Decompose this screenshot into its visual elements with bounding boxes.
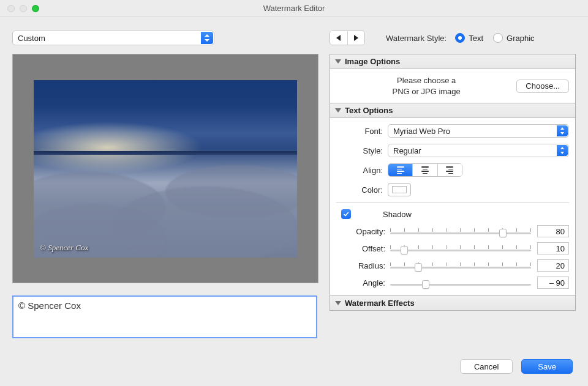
align-label: Align: xyxy=(336,166,388,175)
radio-graphic[interactable] xyxy=(493,33,503,43)
save-button[interactable]: Save xyxy=(521,359,573,374)
prev-image-button[interactable] xyxy=(330,31,348,45)
radio-graphic-label: Graphic xyxy=(507,34,535,43)
stepper-icon xyxy=(201,32,213,44)
watermark-style-label: Watermark Style: xyxy=(386,34,447,43)
radius-value[interactable]: 20 xyxy=(537,259,569,272)
shadow-label: Shadow xyxy=(383,210,412,219)
align-center-button[interactable] xyxy=(413,164,437,176)
color-label: Color: xyxy=(336,185,388,195)
stepper-icon xyxy=(557,145,568,156)
slider-thumb[interactable] xyxy=(499,229,507,237)
panel-title: Text Options xyxy=(345,106,393,115)
panel-title: Image Options xyxy=(345,57,400,66)
shadow-checkbox[interactable] xyxy=(341,209,351,219)
font-label: Font: xyxy=(336,127,388,136)
color-well[interactable] xyxy=(388,183,411,196)
angle-slider[interactable] xyxy=(390,277,531,288)
opacity-value[interactable]: 80 xyxy=(537,225,569,237)
disclosure-triangle-icon xyxy=(335,301,341,305)
font-style-select[interactable]: Regular xyxy=(388,144,569,157)
dialog-footer: Cancel Save xyxy=(460,359,573,374)
disclosure-triangle-icon xyxy=(335,108,341,113)
style-label: Style: xyxy=(336,146,388,155)
preset-value: Custom xyxy=(18,34,45,43)
color-swatch xyxy=(392,186,407,193)
window-controls xyxy=(7,5,39,12)
image-options-hint: Please choose a PNG or JPG image xyxy=(336,75,516,97)
angle-value[interactable]: – 90 xyxy=(537,277,569,289)
stepper-icon xyxy=(557,125,568,136)
font-value: Myriad Web Pro xyxy=(393,127,450,136)
disclosure-triangle-icon xyxy=(335,59,341,64)
preview-image: © Spencer Cox xyxy=(34,80,297,258)
watermark-text-input[interactable] xyxy=(12,295,317,338)
panel-header-image-options[interactable]: Image Options xyxy=(330,54,575,69)
radius-slider[interactable] xyxy=(390,260,531,271)
next-image-button[interactable] xyxy=(348,31,365,45)
minimize-icon[interactable] xyxy=(20,5,27,12)
panel-header-text-options[interactable]: Text Options xyxy=(330,103,575,118)
align-left-button[interactable] xyxy=(388,164,413,176)
radio-text-label: Text xyxy=(469,34,483,43)
panel-title: Watermark Effects xyxy=(345,299,415,308)
opacity-slider[interactable] xyxy=(390,226,531,237)
panel-image-options: Image Options Please choose a PNG or JPG… xyxy=(330,54,575,103)
align-segmented-control xyxy=(388,163,462,177)
hint-line-2: PNG or JPG image xyxy=(336,86,516,97)
maximize-icon[interactable] xyxy=(32,5,39,12)
angle-label: Angle: xyxy=(336,278,390,288)
preview-nav xyxy=(330,31,365,45)
align-center-icon xyxy=(421,166,429,174)
panel-header-watermark-effects[interactable]: Watermark Effects xyxy=(330,295,575,310)
font-select[interactable]: Myriad Web Pro xyxy=(388,124,569,138)
align-right-button[interactable] xyxy=(438,164,462,176)
radio-text[interactable] xyxy=(455,33,465,43)
preview-watermark-text: © Spencer Cox xyxy=(40,243,88,253)
offset-label: Offset: xyxy=(336,244,390,253)
cancel-button[interactable]: Cancel xyxy=(460,359,513,374)
hint-line-1: Please choose a xyxy=(336,75,516,86)
options-panels: Image Options Please choose a PNG or JPG… xyxy=(330,54,576,311)
triangle-left-icon xyxy=(336,35,341,41)
slider-thumb[interactable] xyxy=(401,246,408,254)
offset-value[interactable]: 10 xyxy=(537,242,569,254)
font-style-value: Regular xyxy=(393,146,421,155)
align-left-icon xyxy=(397,166,404,174)
triangle-right-icon xyxy=(354,35,358,41)
slider-thumb[interactable] xyxy=(422,280,429,289)
preview-frame: © Spencer Cox xyxy=(12,54,318,283)
slider-thumb[interactable] xyxy=(415,263,422,272)
window-title: Watermark Editor xyxy=(0,4,588,13)
divider xyxy=(336,202,569,203)
watermark-style-radio-group: Text Graphic xyxy=(455,33,540,43)
preset-select[interactable]: Custom xyxy=(12,31,214,45)
choose-image-button[interactable]: Choose... xyxy=(516,80,569,93)
close-icon[interactable] xyxy=(7,5,15,12)
panel-text-options: Text Options Font: Myriad Web Pro St xyxy=(330,103,575,295)
radius-label: Radius: xyxy=(336,261,390,270)
offset-slider[interactable] xyxy=(390,243,531,254)
check-icon xyxy=(343,211,349,217)
titlebar: Watermark Editor xyxy=(0,0,588,17)
panel-watermark-effects: Watermark Effects xyxy=(330,295,575,310)
opacity-label: Opacity: xyxy=(336,227,390,236)
align-right-icon xyxy=(446,166,453,174)
